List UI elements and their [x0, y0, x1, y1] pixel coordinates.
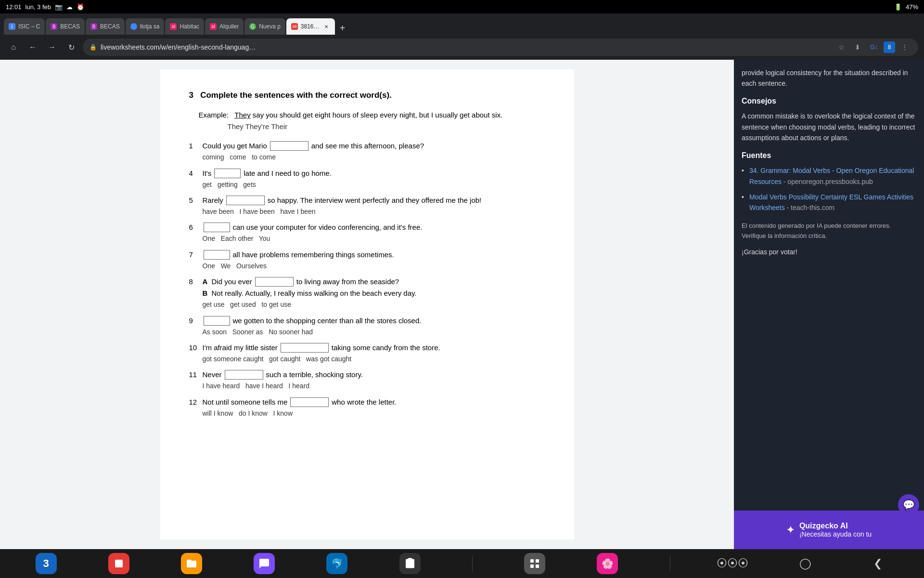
new-tab-button[interactable]: +	[336, 21, 349, 35]
tab-label-active: 3816…	[301, 23, 320, 30]
item-text-5a: Rarely	[203, 195, 223, 206]
fill-box-12[interactable]	[290, 397, 329, 407]
item-text-4a: It's	[203, 168, 212, 179]
options-12: will I know do I know I know	[203, 408, 545, 419]
source-item-1: 34. Grammar: Modal Verbs - Open Oregon E…	[742, 165, 916, 187]
tab-favicon-becas1: B	[51, 23, 57, 30]
tips-text: A common mistake is to overlook the logi…	[742, 111, 916, 143]
bottom-divider	[472, 556, 473, 571]
fill-box-7[interactable]	[204, 250, 230, 260]
item-text-12b: who wrote the letter.	[332, 396, 396, 408]
options-11: I have heard have I heard I heard	[203, 381, 545, 391]
tab-favicon-habitac: id	[170, 23, 177, 30]
menu-icon[interactable]: ⋮	[898, 40, 911, 54]
bottom-icon-red[interactable]	[108, 553, 129, 574]
date: lun, 3 feb	[26, 3, 51, 11]
fill-box-1[interactable]	[270, 141, 308, 151]
chat-fab-button[interactable]: 💬	[898, 494, 919, 515]
bottom-icon-chat[interactable]	[254, 553, 275, 574]
exercise-item-7: 7 all have problems remembering things s…	[189, 249, 545, 271]
tab-label-becas1: BECAS	[60, 23, 80, 30]
tab-isic[interactable]: I ISIC – C	[4, 18, 45, 35]
tab-becas1[interactable]: B BECAS	[46, 18, 85, 35]
exercise-item-9: 9 we gotten to the shopping center than …	[189, 315, 545, 337]
bottom-icon-flower[interactable]: 🌸	[597, 553, 618, 574]
tab-active[interactable]: 38 3816… ✕	[286, 18, 335, 35]
example-block: Example: They say you should get eight h…	[199, 109, 545, 132]
options-4: get getting gets	[203, 179, 545, 190]
status-bar-right: 🔋 47%	[894, 3, 918, 11]
extension-icon[interactable]: 8	[884, 41, 895, 53]
bottom-nav-menu[interactable]: ⦿⦿⦿	[722, 553, 743, 574]
item-text-10a: I'm afraid my little sister	[203, 342, 278, 354]
item-text-1a: Could you get Mario	[203, 140, 267, 152]
tab-nueva[interactable]: G Nueva p	[244, 18, 285, 35]
svg-rect-3	[530, 565, 534, 568]
tab-favicon-isic: I	[9, 23, 15, 30]
url-bar[interactable]: 🔒 liveworksheets.com/w/en/english-second…	[83, 39, 918, 56]
bottom-icon-folder[interactable]	[181, 553, 202, 574]
home-button[interactable]: ⌂	[6, 39, 21, 55]
reload-button[interactable]: ↻	[64, 39, 79, 55]
bottom-icon-camera[interactable]	[399, 553, 421, 574]
tab-becas2[interactable]: B BECAS	[86, 18, 125, 35]
quizgecko-text-block: Quizgecko AI ¡Necesitas ayuda con tu	[799, 522, 872, 538]
worksheet: 3 Complete the sentences with the correc…	[160, 69, 574, 539]
bottom-icon-3[interactable]: 3	[36, 553, 57, 574]
fill-box-11[interactable]	[225, 370, 263, 380]
bookmark-icon[interactable]: ☆	[834, 40, 848, 54]
tab-bar: I ISIC – C B BECAS B BECAS llotja sa id …	[0, 13, 924, 35]
item-row-12: 12 Not until someone tells me who wrote …	[189, 396, 545, 408]
options-10: got someone caught got caught was got ca…	[203, 354, 545, 364]
tab-favicon-becas2: B	[90, 23, 97, 30]
bottom-icon-dolphin[interactable]: 🐬	[326, 553, 347, 574]
browser-chrome: I ISIC – C B BECAS B BECAS llotja sa id …	[0, 13, 924, 60]
item-number-10: 10	[189, 342, 201, 354]
tab-llotja[interactable]: llotja sa	[126, 18, 165, 35]
fill-box-4[interactable]	[214, 169, 241, 178]
quizgecko-bar[interactable]: ✦ Quizgecko AI ¡Necesitas ayuda con tu 💬	[734, 511, 924, 549]
tab-favicon-alquiler: id	[210, 23, 217, 30]
translate-icon[interactable]: G↕	[867, 40, 881, 54]
tab-label-isic: ISIC – C	[18, 23, 40, 30]
exercise-item-1: 1 Could you get Mario and see me this af…	[189, 140, 545, 162]
cloud-icon: ☁	[66, 3, 73, 11]
tips-title: Consejos	[742, 95, 916, 107]
exercise-item-8: 8 A Did you ever to living away from the…	[189, 276, 545, 310]
item-text-7: all have problems remembering things som…	[233, 249, 394, 261]
back-button[interactable]: ←	[25, 39, 40, 55]
bottom-icon-apps[interactable]	[524, 553, 545, 574]
quizgecko-label: Quizgecko AI	[799, 522, 872, 530]
item-number-12: 12	[189, 396, 201, 408]
exercise-item-11: 11 Never such a terrible, shocking story…	[189, 369, 545, 391]
fill-box-8[interactable]	[255, 277, 294, 287]
source-domain-2: - teach-this.com	[787, 204, 835, 211]
tab-label-llotja: llotja sa	[140, 23, 160, 30]
thanks-text: ¡Gracias por votar!	[742, 247, 916, 257]
alarm-icon: ⏰	[77, 3, 84, 11]
dialog-a-letter: A	[203, 276, 208, 288]
item-row-4: 4 It's late and I need to go home.	[189, 168, 545, 179]
item-number-1: 1	[189, 140, 201, 152]
item-row-8b: B Not really. Actually, I really miss wa…	[203, 288, 545, 299]
tab-habitac[interactable]: id Habitac	[165, 18, 204, 35]
tab-close-button[interactable]: ✕	[322, 23, 330, 30]
download-icon[interactable]: ⬇	[851, 40, 864, 54]
fill-box-10[interactable]	[281, 343, 329, 353]
camera-icon: 📷	[55, 3, 63, 11]
fill-box-5[interactable]	[226, 196, 265, 205]
url-text: liveworksheets.com/w/en/english-second-l…	[101, 43, 831, 51]
fill-box-9[interactable]	[204, 316, 230, 326]
bottom-nav-home[interactable]: ◯	[795, 553, 816, 574]
exercise-item-6: 6 can use your computer for video confer…	[189, 222, 545, 244]
tab-label-habitac: Habitac	[180, 23, 199, 30]
forward-button[interactable]: →	[44, 39, 60, 55]
example-underlined-word: They	[234, 111, 250, 119]
fill-box-6[interactable]	[204, 223, 230, 232]
time: 12:01	[6, 3, 22, 11]
bottom-nav-back[interactable]: ❮	[867, 553, 888, 574]
svg-rect-1	[530, 559, 534, 563]
example-options: They They're Their	[228, 121, 545, 132]
item-row-9: 9 we gotten to the shopping center than …	[189, 315, 545, 327]
tab-alquiler[interactable]: id Alquiler	[205, 18, 244, 35]
